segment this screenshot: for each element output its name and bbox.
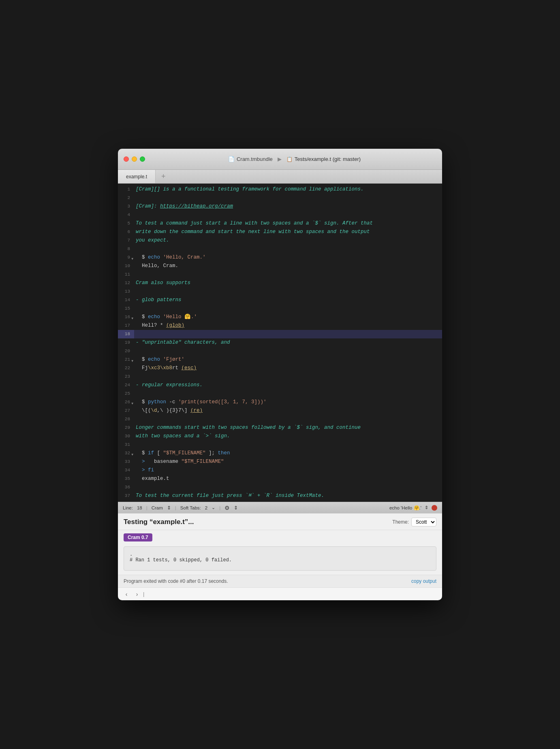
- output-dot: .: [130, 552, 430, 557]
- table-row: 15: [118, 304, 442, 313]
- table-row: 22 Fj\xc3\xb8rt (esc): [118, 364, 442, 372]
- table-row: 14 - glob patterns: [118, 296, 442, 304]
- code-content: [Cram][] is a a functional testing frame…: [134, 185, 442, 194]
- table-row: 19 - "unprintable" characters, and: [118, 338, 442, 347]
- cursor-indicator: |: [143, 591, 144, 597]
- table-row: 27 \[(\d,\ ){3}7\] (re): [118, 407, 442, 415]
- table-row: 31: [118, 441, 442, 449]
- syntax-arrow[interactable]: ⇕: [167, 505, 171, 511]
- title-separator: ▶: [278, 156, 282, 162]
- tabbar: example.t +: [118, 170, 442, 184]
- table-row: 1 [Cram][] is a a functional testing fra…: [118, 185, 442, 194]
- maximize-button[interactable]: [140, 156, 145, 162]
- statusbar: Line: 18 | Cram ⇕ | Soft Tabs: 2 ⌄ | ⚙ ⇕…: [118, 502, 442, 513]
- table-row: 3 [Cram]: https://bitheap.org/cram: [118, 202, 442, 211]
- traffic-lights: [124, 156, 145, 162]
- preview-arrow[interactable]: ⇕: [425, 505, 428, 510]
- table-row: 33 > basename "$TM_FILENAME": [118, 458, 442, 466]
- table-row: 8: [118, 245, 442, 253]
- table-row: 30 with two spaces and a `>` sign.: [118, 432, 442, 441]
- editor: 1 [Cram][] is a a functional testing fra…: [118, 184, 442, 502]
- forward-button[interactable]: ›: [133, 590, 141, 599]
- tabs-arrow[interactable]: ⌄: [212, 505, 215, 510]
- table-row: 9▼ $ echo 'Hello, Cram.': [118, 253, 442, 262]
- output-header: Testing “example.t”... Theme: Scott: [118, 514, 442, 530]
- table-row: 37 To test the current file just press `…: [118, 492, 442, 500]
- table-row: 26▼ $ python -c 'print(sorted([3, 1, 7, …: [118, 398, 442, 407]
- table-row: 29 Longer commands start with two spaces…: [118, 424, 442, 432]
- table-row: 32▼ $ if [ "$TM_FILENAME" ]; then: [118, 449, 442, 458]
- tabs-label: Soft Tabs:: [180, 505, 201, 510]
- bottom-nav: ‹ › |: [118, 587, 442, 600]
- table-row: 17 Hell? * (glob): [118, 321, 442, 330]
- table-row: 16▼ $ echo 'Hello 🤗.': [118, 313, 442, 321]
- table-row: 23: [118, 372, 442, 381]
- output-panel: Testing “example.t”... Theme: Scott Cram…: [118, 513, 442, 587]
- syntax-label: Cram: [152, 505, 163, 510]
- line-label: Line:: [123, 505, 133, 510]
- status-dot: [432, 505, 437, 511]
- gear-arrow[interactable]: ⇕: [234, 505, 238, 511]
- table-row: 20: [118, 347, 442, 355]
- table-row: 28: [118, 415, 442, 424]
- theme-label: Theme:: [392, 519, 409, 525]
- table-row: 2: [118, 194, 442, 202]
- file-icon: 📋: [286, 156, 293, 162]
- table-row: 11: [118, 270, 442, 279]
- output-footer: Program exited with code #0 after 0.17 s…: [118, 575, 442, 587]
- output-content: . # Ran 1 tests, 0 skipped, 0 failed.: [124, 546, 436, 571]
- copy-output-button[interactable]: copy output: [411, 578, 436, 584]
- app-window: 📄 Cram.tmbundle ▶ 📋 Tests/example.t (git…: [118, 149, 442, 600]
- code-area: 1 [Cram][] is a a functional testing fra…: [118, 184, 442, 502]
- table-row: 13: [118, 287, 442, 296]
- table-row: 21▼ $ echo 'Fjørt': [118, 355, 442, 364]
- table-row: 36: [118, 483, 442, 492]
- theme-select[interactable]: Scott: [411, 518, 436, 526]
- exit-status: Program exited with code #0 after 0.17 s…: [124, 578, 228, 584]
- back-button[interactable]: ‹: [122, 590, 131, 599]
- titlebar: 📄 Cram.tmbundle ▶ 📋 Tests/example.t (git…: [118, 149, 442, 170]
- table-row: 35 example.t: [118, 475, 442, 483]
- command-preview: echo 'Hello 🤗.': [389, 505, 421, 511]
- table-row: 34 > fi: [118, 466, 442, 475]
- bundle-title: 📄 Cram.tmbundle: [228, 156, 273, 162]
- new-tab-button[interactable]: +: [156, 170, 171, 183]
- table-row: 12 Cram also supports: [118, 279, 442, 287]
- file-title: 📋 Tests/example.t (git: master): [286, 156, 361, 162]
- close-button[interactable]: [124, 156, 129, 162]
- table-row: 5 To test a command just start a line wi…: [118, 219, 442, 228]
- line-value: 18: [137, 505, 142, 510]
- table-row: 6 write down the command and start the n…: [118, 228, 442, 236]
- tab-example-t[interactable]: example.t: [118, 170, 156, 183]
- line-number: 1: [118, 185, 134, 194]
- output-title: Testing “example.t”...: [124, 518, 194, 526]
- table-row: 4: [118, 211, 442, 219]
- table-row: 25: [118, 389, 442, 398]
- table-row: 24 - regular expressions.: [118, 381, 442, 389]
- tabs-value: 2: [205, 505, 207, 510]
- output-result: # Ran 1 tests, 0 skipped, 0 failed.: [130, 557, 430, 563]
- gear-icon[interactable]: ⚙: [224, 505, 230, 511]
- theme-row: Theme: Scott: [392, 518, 436, 526]
- table-row: 18: [118, 330, 442, 338]
- table-row: 10 Hello, Cram.: [118, 262, 442, 270]
- table-row: 7 you expect.: [118, 236, 442, 245]
- cram-badge: Cram 0.7: [118, 530, 442, 544]
- minimize-button[interactable]: [132, 156, 137, 162]
